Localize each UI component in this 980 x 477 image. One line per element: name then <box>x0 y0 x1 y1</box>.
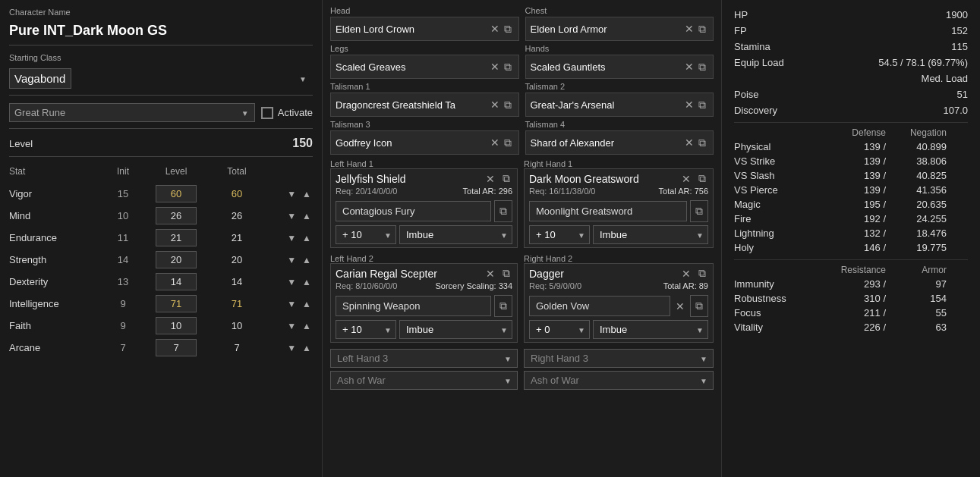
starting-class-select[interactable]: Vagabond <box>9 68 71 89</box>
rh3-select[interactable]: Right Hand 3 <box>524 349 714 368</box>
starting-class-select-wrapper[interactable]: Vagabond <box>9 68 313 89</box>
level-row: Level 150 <box>9 137 313 157</box>
hands-link-btn[interactable]: ⧉ <box>696 61 708 74</box>
great-rune-select-wrapper[interactable]: Great Rune <box>9 103 255 122</box>
lh2-imbue-select[interactable]: Imbue <box>399 320 512 339</box>
stat-down-btn[interactable]: ▼ <box>285 321 298 331</box>
defense-val1: 139 / <box>825 155 886 167</box>
stat-down-btn[interactable]: ▼ <box>285 189 298 199</box>
talisman2-link-btn[interactable]: ⧉ <box>696 99 708 111</box>
stat-up-btn[interactable]: ▲ <box>301 211 313 221</box>
talisman4-remove-btn[interactable]: ✕ <box>682 137 696 149</box>
stat-down-btn[interactable]: ▼ <box>285 277 298 287</box>
lh2-ash-input[interactable] <box>336 296 491 316</box>
lh3-select-wrap[interactable]: Left Hand 3 <box>330 349 518 368</box>
stat-level-input[interactable] <box>156 251 197 268</box>
lh2-upgrade-select[interactable]: + 10 <box>336 320 396 339</box>
lh1-imbue-select[interactable]: Imbue <box>399 225 512 244</box>
stat-up-btn[interactable]: ▲ <box>301 189 313 199</box>
stat-level-input[interactable] <box>156 207 197 224</box>
defense-label: Physical <box>734 141 825 152</box>
lh2-imbue-wrap[interactable]: Imbue <box>399 320 512 339</box>
stat-level-input[interactable] <box>156 273 197 290</box>
lh1-imbue-wrap[interactable]: Imbue <box>399 225 512 244</box>
rh1-upgrade-select[interactable]: + 10 <box>529 225 590 244</box>
stat-level-box[interactable] <box>146 295 206 312</box>
stat-level-box[interactable] <box>146 317 206 334</box>
stat-down-btn[interactable]: ▼ <box>285 211 298 221</box>
stat-up-btn[interactable]: ▲ <box>301 277 313 287</box>
stat-down-btn[interactable]: ▼ <box>285 343 298 353</box>
rh1-imbue-select[interactable]: Imbue <box>593 225 708 244</box>
rh3-ash-wrap[interactable]: Ash of War <box>524 371 714 390</box>
stat-up-btn[interactable]: ▲ <box>301 321 313 331</box>
rh2-upgrade-wrap[interactable]: + 0 <box>529 320 590 339</box>
lh3-select[interactable]: Left Hand 3 <box>330 349 518 368</box>
stat-level-box[interactable] <box>146 273 206 290</box>
hands-remove-btn[interactable]: ✕ <box>682 61 696 73</box>
stat-down-btn[interactable]: ▼ <box>285 233 298 243</box>
rh2-imbue-wrap[interactable]: Imbue <box>593 320 708 339</box>
lh1-remove-btn[interactable]: ✕ <box>484 173 497 185</box>
talisman1-link-btn[interactable]: ⧉ <box>502 99 514 111</box>
chest-link-btn[interactable]: ⧉ <box>696 23 708 36</box>
stat-level-input[interactable] <box>156 295 197 312</box>
rh3-select-wrap[interactable]: Right Hand 3 <box>524 349 714 368</box>
lh2-remove-btn[interactable]: ✕ <box>484 268 497 280</box>
lh1-upgrade-wrap[interactable]: + 10 <box>336 225 396 244</box>
lh3-ash-wrap[interactable]: Ash of War <box>330 371 518 390</box>
lh1-ash-input[interactable] <box>336 201 491 221</box>
rh2-imbue-select[interactable]: Imbue <box>593 320 708 339</box>
stat-level-box[interactable] <box>146 207 206 224</box>
stat-up-btn[interactable]: ▲ <box>301 255 313 265</box>
lh2-ash-link-btn[interactable]: ⧉ <box>494 295 512 317</box>
great-rune-select[interactable]: Great Rune <box>9 103 255 122</box>
lh3-ash-select[interactable]: Ash of War <box>330 371 518 390</box>
stat-name: Intelligence <box>9 298 100 309</box>
rh1-ash-link-btn[interactable]: ⧉ <box>690 200 708 222</box>
stat-down-btn[interactable]: ▼ <box>285 299 298 309</box>
talisman2-remove-btn[interactable]: ✕ <box>682 99 696 111</box>
stat-up-btn[interactable]: ▲ <box>301 233 313 243</box>
stat-level-input[interactable] <box>156 185 197 202</box>
head-remove-btn[interactable]: ✕ <box>488 23 502 35</box>
stat-level-input[interactable] <box>156 339 197 356</box>
lh1-link-btn[interactable]: ⧉ <box>500 172 512 185</box>
legs-link-btn[interactable]: ⧉ <box>502 61 514 74</box>
rh1-imbue-wrap[interactable]: Imbue <box>593 225 708 244</box>
head-link-btn[interactable]: ⧉ <box>502 23 514 36</box>
rh1-ash-input[interactable] <box>529 201 687 221</box>
legs-remove-btn[interactable]: ✕ <box>488 61 502 73</box>
rh2-upgrade-select[interactable]: + 0 <box>529 320 590 339</box>
stat-level-box[interactable] <box>146 185 206 202</box>
talisman4-link-btn[interactable]: ⧉ <box>696 137 708 149</box>
resistance-rows: Immunity 293 / 97 Robustness 310 / 154 F… <box>734 277 968 334</box>
rh2-ash-link-btn[interactable]: ⧉ <box>690 295 708 317</box>
rh1-upgrade-wrap[interactable]: + 10 <box>529 225 590 244</box>
lh1-ash-link-btn[interactable]: ⧉ <box>494 200 512 222</box>
rh1-link-btn[interactable]: ⧉ <box>696 172 708 185</box>
lh1-upgrade-select[interactable]: + 10 <box>336 225 396 244</box>
stat-level-input[interactable] <box>156 317 197 334</box>
rh3-ash-select[interactable]: Ash of War <box>524 371 714 390</box>
stat-down-btn[interactable]: ▼ <box>285 255 298 265</box>
stat-level-box[interactable] <box>146 251 206 268</box>
rh2-slot: Dagger ✕ ⧉ Req: 5/9/0/0/0 Total AR: 89 ✕… <box>524 263 714 343</box>
talisman3-remove-btn[interactable]: ✕ <box>488 137 502 149</box>
rh2-ash-input[interactable] <box>529 296 670 316</box>
stat-up-btn[interactable]: ▲ <box>301 299 313 309</box>
rh2-link-btn[interactable]: ⧉ <box>696 267 708 280</box>
lh2-upgrade-wrap[interactable]: + 10 <box>336 320 396 339</box>
stat-level-input[interactable] <box>156 229 197 246</box>
stat-up-btn[interactable]: ▲ <box>301 343 313 353</box>
rh1-remove-btn[interactable]: ✕ <box>679 173 693 185</box>
stat-level-box[interactable] <box>146 229 206 246</box>
talisman3-link-btn[interactable]: ⧉ <box>502 137 514 149</box>
lh2-link-btn[interactable]: ⧉ <box>500 267 512 280</box>
activate-button[interactable]: Activate <box>261 107 313 119</box>
talisman1-remove-btn[interactable]: ✕ <box>488 99 502 111</box>
chest-remove-btn[interactable]: ✕ <box>682 23 696 35</box>
rh2-ash-remove-btn[interactable]: ✕ <box>673 300 687 312</box>
rh2-remove-btn[interactable]: ✕ <box>679 268 693 280</box>
stat-level-box[interactable] <box>146 339 206 356</box>
